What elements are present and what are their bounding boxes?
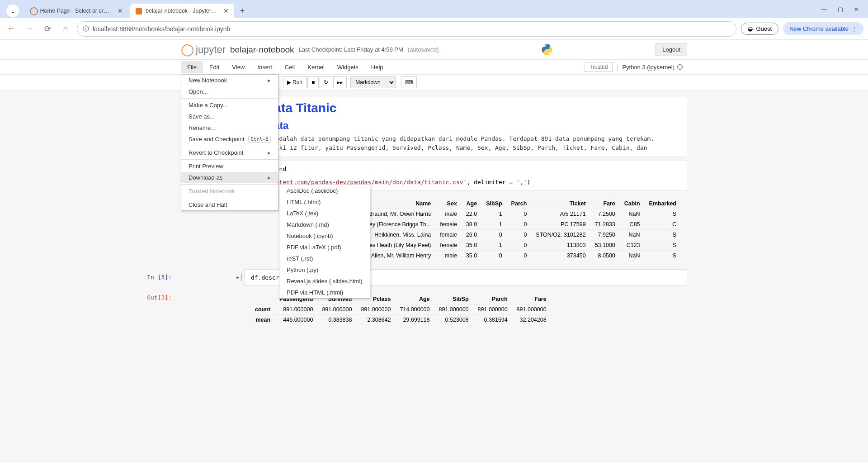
kernel-name-text: Python 3 (ipykernel) bbox=[622, 64, 675, 71]
restart-button[interactable]: ↻ bbox=[320, 76, 332, 88]
menu-edit[interactable]: Edit bbox=[203, 61, 226, 73]
window-close-icon[interactable]: ✕ bbox=[854, 6, 859, 13]
menu-cell[interactable]: Cell bbox=[278, 61, 301, 73]
jupyter-menubar: File Edit View Insert Cell Kernel Widget… bbox=[181, 60, 687, 74]
markdown-cell[interactable]: is Data Titanic psi data unakan adalah d… bbox=[244, 96, 687, 157]
browser-toolbar: ← → ⟳ ⌂ ⓘ localhost:8888/notebooks/belaj… bbox=[0, 18, 868, 40]
menu-rename[interactable]: Rename... bbox=[181, 122, 278, 133]
window-minimize-icon[interactable]: — bbox=[821, 6, 827, 13]
download-as-dropdown: AsciiDoc (.asciidoc) HTML (.html) LaTeX … bbox=[279, 185, 370, 299]
heading-1: is Data Titanic bbox=[251, 101, 680, 115]
jupyter-favicon-icon bbox=[30, 7, 37, 14]
chrome-update-button[interactable]: New Chrome available ⋮ bbox=[783, 22, 863, 35]
command-palette-button[interactable]: ⌨ bbox=[401, 76, 417, 88]
python-logo-icon bbox=[541, 43, 553, 56]
menu-widgets[interactable]: Widgets bbox=[331, 61, 365, 73]
fast-forward-icon: ▸▸ bbox=[337, 79, 343, 86]
menu-new-notebook[interactable]: New Notebook▸ bbox=[181, 75, 278, 86]
trusted-badge[interactable]: Trusted bbox=[585, 62, 613, 72]
menu-help[interactable]: Help bbox=[365, 61, 390, 73]
tab-search-button[interactable]: ⌄ bbox=[6, 5, 19, 17]
menu-view[interactable]: View bbox=[226, 61, 251, 73]
describe-table: PassengerIdSurvivedPclassAgeSibSpParchFa… bbox=[250, 294, 551, 325]
in-prompt: In [3]: bbox=[113, 269, 176, 281]
new-tab-button[interactable]: + bbox=[236, 5, 249, 17]
run-button[interactable]: ▶Run bbox=[283, 76, 307, 88]
window-maximize-icon[interactable]: ▢ bbox=[838, 6, 843, 13]
menu-insert[interactable]: Insert bbox=[251, 61, 278, 73]
home-button[interactable]: ⌂ bbox=[59, 22, 72, 36]
kernel-indicator[interactable]: Python 3 (ipykernel) bbox=[617, 64, 687, 71]
forward-button[interactable]: → bbox=[23, 22, 36, 36]
browser-tab[interactable]: belajar-notebook - Jupyter Not ✕ bbox=[130, 4, 234, 18]
menu-save-as[interactable]: Save as... bbox=[181, 111, 278, 122]
stop-icon: ■ bbox=[311, 79, 315, 86]
heading-2: psi data bbox=[251, 120, 680, 132]
guest-label: Guest bbox=[756, 25, 772, 32]
profile-button[interactable]: ◒ Guest bbox=[741, 23, 779, 35]
site-info-icon[interactable]: ⓘ bbox=[83, 25, 89, 33]
menu-file[interactable]: File bbox=[181, 61, 203, 73]
logout-button[interactable]: Logout bbox=[656, 43, 687, 56]
run-cell-icon[interactable]: ▸│ bbox=[236, 274, 240, 281]
restart-run-all-button[interactable]: ▸▸ bbox=[333, 76, 347, 88]
menu-make-copy[interactable]: Make a Copy... bbox=[181, 100, 278, 111]
submenu-arrow-icon: ▸ bbox=[268, 149, 271, 156]
menu-trusted-notebook: Trusted Notebook bbox=[181, 185, 278, 197]
play-icon: ▶ bbox=[287, 79, 291, 86]
tab-title: belajar-notebook - Jupyter Not bbox=[146, 8, 218, 14]
jupyter-brand-text: jupyter bbox=[196, 44, 226, 56]
address-bar[interactable]: ⓘ localhost:8888/notebooks/belajar-noteb… bbox=[77, 21, 736, 37]
jupyter-logo[interactable]: ◯ jupyter bbox=[181, 43, 226, 57]
autosaved-text: (autosaved) bbox=[408, 46, 439, 53]
notebook-name[interactable]: belajar-notebook bbox=[230, 45, 294, 55]
update-label: New Chrome available bbox=[789, 25, 849, 32]
close-tab-icon[interactable]: ✕ bbox=[118, 7, 123, 14]
menu-kernel[interactable]: Kernel bbox=[301, 61, 331, 73]
download-rst[interactable]: reST (.rst) bbox=[279, 253, 370, 264]
menu-save-checkpoint[interactable]: Save and CheckpointCtrl-S bbox=[181, 133, 278, 145]
menu-open[interactable]: Open... bbox=[181, 86, 278, 97]
reload-button[interactable]: ⟳ bbox=[41, 22, 54, 36]
download-pdf-html[interactable]: PDF via HTML (.html) bbox=[279, 287, 370, 298]
browser-tab-strip: — ▢ ✕ ⌄ Home Page - Select or create a ✕… bbox=[0, 0, 868, 18]
kernel-status-icon bbox=[677, 64, 683, 70]
checkpoint-text: Last Checkpoint: Last Friday at 4:59 PM bbox=[299, 46, 403, 53]
notebook-body[interactable]: is Data Titanic psi data unakan adalah d… bbox=[0, 90, 868, 463]
download-revealjs[interactable]: Reveal.js slides (.slides.html) bbox=[279, 276, 370, 287]
tab-title: Home Page - Select or create a bbox=[40, 8, 112, 14]
cell-type-select[interactable]: Markdown bbox=[350, 76, 396, 88]
interrupt-button[interactable]: ■ bbox=[307, 76, 319, 88]
download-asciidoc[interactable]: AsciiDoc (.asciidoc) bbox=[279, 185, 370, 196]
download-latex[interactable]: LaTeX (.tex) bbox=[279, 208, 370, 219]
menu-revert-checkpoint[interactable]: Revert to Checkpoint▸ bbox=[181, 147, 278, 158]
download-markdown[interactable]: Markdown (.md) bbox=[279, 219, 370, 230]
download-notebook[interactable]: Notebook (.ipynb) bbox=[279, 230, 370, 242]
submenu-arrow-icon: ▸ bbox=[268, 174, 271, 181]
download-pdf-latex[interactable]: PDF via LaTeX (.pdf) bbox=[279, 242, 370, 253]
out-prompt: Out[3]: bbox=[113, 290, 176, 301]
file-dropdown: New Notebook▸ Open... Make a Copy... Sav… bbox=[181, 74, 278, 211]
kebab-icon: ⋮ bbox=[851, 25, 857, 32]
download-html[interactable]: HTML (.html) bbox=[279, 196, 370, 208]
description-text: g memiliki 12 fitur, yaitu PassengerId, … bbox=[251, 144, 647, 151]
url-text: localhost:8888/notebooks/belajar-noteboo… bbox=[93, 25, 230, 33]
close-tab-icon[interactable]: ✕ bbox=[223, 7, 229, 14]
description-text: unakan adalah data penumpang titanic yan… bbox=[251, 135, 654, 142]
jupyter-circle-icon: ◯ bbox=[181, 43, 194, 57]
menu-close-halt[interactable]: Close and Halt bbox=[181, 199, 278, 210]
browser-tab[interactable]: Home Page - Select or create a ✕ bbox=[24, 4, 128, 18]
guest-icon: ◒ bbox=[748, 25, 753, 32]
notebook-favicon-icon bbox=[136, 8, 142, 14]
keyboard-icon: ⌨ bbox=[405, 79, 413, 86]
menu-print-preview[interactable]: Print Preview bbox=[181, 161, 278, 172]
restart-icon: ↻ bbox=[324, 79, 328, 86]
submenu-arrow-icon: ▸ bbox=[268, 77, 271, 84]
back-button[interactable]: ← bbox=[5, 22, 18, 36]
download-python[interactable]: Python (.py) bbox=[279, 264, 370, 276]
menu-download-as[interactable]: Download as▸ bbox=[181, 172, 278, 183]
jupyter-header: ◯ jupyter belajar-notebook Last Checkpoi… bbox=[0, 40, 868, 60]
kbd-shortcut: Ctrl-S bbox=[248, 136, 271, 143]
